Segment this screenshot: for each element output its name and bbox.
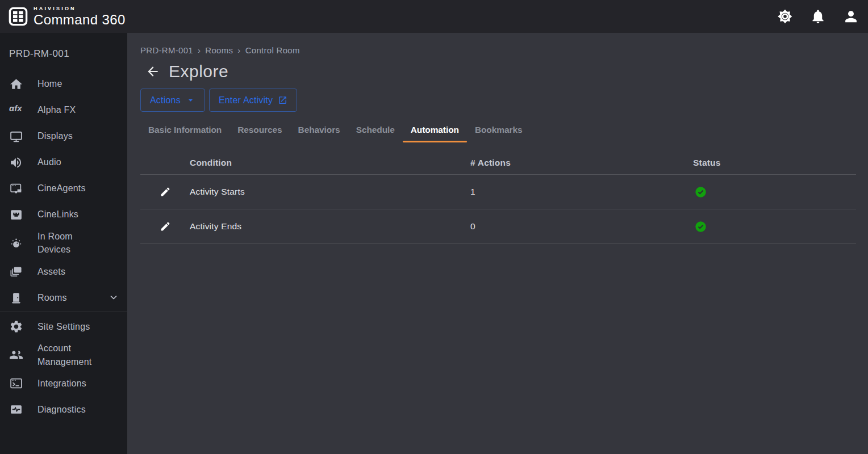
rooms-icon bbox=[9, 291, 23, 305]
sidebar-divider bbox=[0, 312, 127, 312]
diagnostics-icon bbox=[9, 402, 23, 417]
audio-icon bbox=[9, 155, 23, 170]
top-header: HAIVISION Command 360 bbox=[0, 0, 868, 33]
automation-table: Condition # Actions Status Activity Star… bbox=[140, 152, 856, 244]
assets-icon bbox=[9, 264, 23, 279]
tab-basic-information[interactable]: Basic Information bbox=[140, 121, 229, 142]
status-check-circle-icon bbox=[695, 221, 707, 233]
enter-activity-button[interactable]: Enter Activity bbox=[209, 89, 297, 112]
sidebar: PRD-RM-001 Home αfx Alpha FX bbox=[0, 33, 127, 454]
breadcrumb-separator: › bbox=[237, 45, 240, 55]
sidebar-item-diagnostics[interactable]: Diagnostics bbox=[0, 397, 127, 423]
table-row-actions-count: 0 bbox=[470, 209, 693, 244]
in-room-devices-icon bbox=[9, 236, 23, 250]
account-icon[interactable] bbox=[843, 9, 859, 24]
column-header-actions: # Actions bbox=[470, 152, 693, 175]
table-row-actions-count: 1 bbox=[470, 175, 693, 209]
sidebar-item-assets[interactable]: Assets bbox=[0, 258, 127, 284]
cinelinks-icon bbox=[9, 208, 23, 222]
sidebar-item-rooms[interactable]: Rooms bbox=[0, 284, 127, 310]
actions-button[interactable]: Actions bbox=[140, 89, 205, 112]
table-row-edit-cell bbox=[140, 175, 190, 209]
external-link-icon bbox=[278, 95, 287, 105]
cineagents-icon bbox=[9, 182, 23, 196]
column-header-edit bbox=[140, 152, 190, 175]
integrations-terminal-icon bbox=[9, 376, 23, 390]
status-check-circle-icon bbox=[695, 186, 707, 198]
brand-text: HAIVISION Command 360 bbox=[34, 6, 126, 27]
back-button[interactable] bbox=[145, 64, 160, 79]
sidebar-item-label: Integrations bbox=[37, 377, 86, 390]
account-management-icon bbox=[9, 348, 23, 362]
table-row-status-cell bbox=[693, 175, 856, 209]
table-row-status-cell bbox=[693, 209, 856, 244]
page-title: Explore bbox=[169, 62, 228, 81]
sidebar-item-alpha-fx[interactable]: αfx Alpha FX bbox=[0, 97, 127, 123]
sidebar-item-label: CineLinks bbox=[37, 208, 78, 221]
sidebar-item-label: Home bbox=[37, 77, 62, 90]
sidebar-item-label: Audio bbox=[37, 155, 61, 169]
alpha-fx-icon: αfx bbox=[9, 103, 23, 117]
home-icon bbox=[9, 77, 23, 91]
brand[interactable]: HAIVISION Command 360 bbox=[8, 6, 126, 27]
sidebar-item-label: Alpha FX bbox=[37, 103, 76, 116]
breadcrumb-separator: › bbox=[198, 45, 201, 55]
breadcrumb: PRD-RM-001 › Rooms › Control Room bbox=[140, 45, 856, 55]
settings-icon[interactable] bbox=[777, 9, 793, 24]
sidebar-item-label: Rooms bbox=[37, 291, 67, 304]
table-row-condition: Activity Ends bbox=[190, 209, 470, 244]
tab-bar: Basic Information Resources Behaviors Sc… bbox=[140, 121, 856, 142]
sidebar-item-label: CineAgents bbox=[37, 182, 86, 195]
sidebar-item-label: Diagnostics bbox=[37, 403, 86, 416]
brand-name: HAIVISION bbox=[34, 6, 126, 11]
breadcrumb-item-control-room[interactable]: Control Room bbox=[245, 45, 300, 55]
sidebar-item-integrations[interactable]: Integrations bbox=[0, 371, 127, 397]
displays-icon bbox=[9, 129, 23, 144]
tab-behaviors[interactable]: Behaviors bbox=[290, 121, 348, 142]
edit-pencil-icon[interactable] bbox=[160, 221, 171, 232]
haivision-logo-icon bbox=[8, 6, 28, 27]
caret-down-icon bbox=[186, 95, 195, 105]
sidebar-item-label: Account Management bbox=[37, 342, 105, 368]
breadcrumb-item-rooms[interactable]: Rooms bbox=[205, 45, 233, 55]
header-actions bbox=[777, 9, 859, 24]
sidebar-item-label: In Room Devices bbox=[37, 230, 105, 256]
sidebar-secondary-nav: Site Settings Account Management bbox=[0, 313, 127, 422]
tab-bookmarks[interactable]: Bookmarks bbox=[467, 121, 531, 142]
sidebar-item-cineagents[interactable]: CineAgents bbox=[0, 175, 127, 201]
site-settings-gear-icon bbox=[9, 320, 23, 334]
sidebar-item-cinelinks[interactable]: CineLinks bbox=[0, 201, 127, 228]
main-content: PRD-RM-001 › Rooms › Control Room Explor… bbox=[127, 33, 868, 454]
table-row-edit-cell bbox=[140, 209, 190, 244]
enter-activity-button-label: Enter Activity bbox=[219, 95, 273, 106]
title-row: Explore bbox=[145, 62, 856, 81]
tab-resources[interactable]: Resources bbox=[229, 121, 290, 142]
tab-automation[interactable]: Automation bbox=[403, 121, 467, 142]
chevron-down-icon[interactable] bbox=[108, 292, 119, 303]
sidebar-item-site-settings[interactable]: Site Settings bbox=[0, 313, 127, 339]
sidebar-room-title: PRD-RM-001 bbox=[0, 33, 127, 71]
sidebar-item-home[interactable]: Home bbox=[0, 71, 127, 97]
column-header-status: Status bbox=[693, 152, 856, 175]
app-root: HAIVISION Command 360 bbox=[0, 0, 868, 454]
sidebar-item-in-room-devices[interactable]: In Room Devices bbox=[0, 228, 127, 258]
sidebar-item-account-management[interactable]: Account Management bbox=[0, 339, 127, 370]
sidebar-item-displays[interactable]: Displays bbox=[0, 123, 127, 149]
table-row-condition: Activity Starts bbox=[190, 175, 470, 209]
notifications-icon[interactable] bbox=[810, 9, 826, 24]
sidebar-item-label: Assets bbox=[37, 265, 65, 278]
tab-schedule[interactable]: Schedule bbox=[348, 121, 403, 142]
sidebar-item-label: Site Settings bbox=[37, 320, 90, 333]
breadcrumb-item-room[interactable]: PRD-RM-001 bbox=[140, 45, 193, 55]
action-buttons-row: Actions Enter Activity bbox=[140, 89, 856, 112]
sidebar-item-label: Displays bbox=[37, 129, 73, 142]
product-name: Command 360 bbox=[34, 13, 126, 27]
sidebar-item-audio[interactable]: Audio bbox=[0, 149, 127, 175]
edit-pencil-icon[interactable] bbox=[160, 186, 171, 197]
column-header-condition: Condition bbox=[190, 152, 470, 175]
sidebar-primary-nav: Home αfx Alpha FX Displays bbox=[0, 71, 127, 310]
actions-button-label: Actions bbox=[150, 95, 181, 106]
